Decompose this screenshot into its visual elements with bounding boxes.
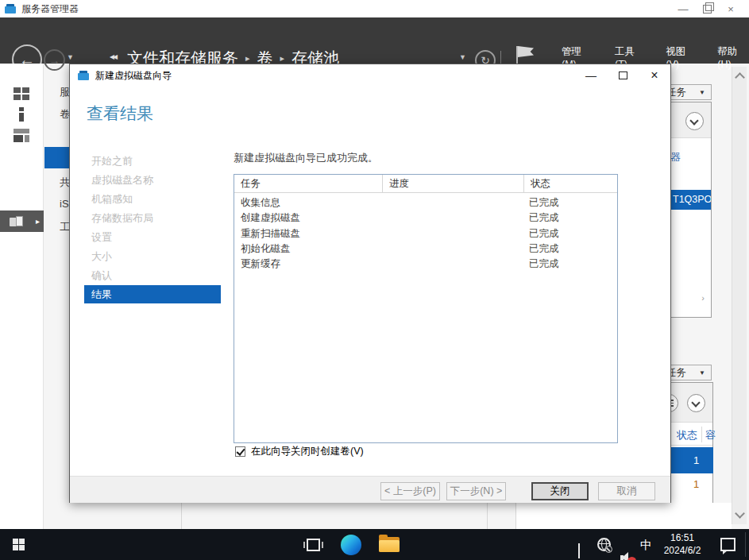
bg-nav-partial-iscsi: iS bbox=[60, 198, 69, 210]
close-button[interactable]: 关闭 bbox=[531, 482, 589, 500]
windows-logo-icon bbox=[13, 539, 25, 550]
table-row[interactable]: 初始化磁盘 已完成 bbox=[234, 241, 617, 257]
table-row[interactable]: 更新缓存 已完成 bbox=[234, 257, 617, 272]
dialog-minimize-icon[interactable]: — bbox=[575, 64, 607, 87]
ime-indicator[interactable]: 中 bbox=[640, 538, 652, 553]
forward-icon: → bbox=[44, 49, 65, 71]
file-explorer-button[interactable] bbox=[370, 529, 408, 560]
bg-row1-value: 1 bbox=[693, 454, 699, 466]
action-center-icon bbox=[720, 538, 735, 551]
restore-icon[interactable] bbox=[695, 0, 719, 17]
dialog-footer: < 上一步(P) 下一步(N) > 关闭 取消 bbox=[70, 476, 670, 503]
network-icon[interactable] bbox=[597, 538, 611, 551]
results-table: 任务 进度 状态 收集信息 已完成 创建虚拟磁盘 已完成 重新扫描磁盘 已完成 … bbox=[234, 174, 618, 443]
tasks-dropdown-icon: ▼ bbox=[699, 89, 705, 96]
server-manager-icon bbox=[5, 4, 16, 14]
breadcrumb-sep-icon: ▸ bbox=[280, 53, 285, 64]
main-scrollbar[interactable] bbox=[732, 67, 747, 524]
folder-icon bbox=[379, 537, 400, 552]
clock[interactable]: 16:51 2024/6/2 bbox=[658, 531, 707, 557]
collapse-panel-icon[interactable] bbox=[687, 394, 705, 412]
create-volume-checkbox[interactable] bbox=[235, 446, 245, 457]
create-volume-checkbox-row: 在此向导关闭时创建卷(V) bbox=[235, 445, 364, 458]
dashboard-icon[interactable] bbox=[14, 87, 29, 100]
progress-bar bbox=[386, 199, 522, 207]
menu-bar: 管理(M) 工具(T) 视图(V) 帮助(H) bbox=[541, 51, 749, 64]
task-name: 收集信息 bbox=[241, 196, 280, 210]
bg-nav-selected-storage-pools bbox=[44, 147, 69, 168]
all-servers-icon[interactable] bbox=[14, 129, 29, 142]
progress-bar bbox=[386, 245, 522, 253]
sidebar-item-file-storage-services[interactable]: ▸ bbox=[0, 210, 44, 232]
menu-help[interactable]: 帮助(H) bbox=[717, 45, 749, 70]
local-server-icon[interactable] bbox=[19, 107, 24, 122]
file-storage-icon bbox=[10, 216, 24, 227]
flyout-arrow-icon: ▸ bbox=[36, 217, 40, 226]
cancel-button: 取消 bbox=[598, 482, 655, 500]
progress-bar bbox=[386, 214, 522, 222]
nav-history-dropdown-icon[interactable]: ▼ bbox=[67, 53, 74, 61]
dialog-close-icon[interactable]: × bbox=[639, 64, 670, 87]
task-status: 已完成 bbox=[529, 257, 559, 271]
step-disk-name: 虚拟磁盘名称 bbox=[84, 171, 221, 190]
task-name: 创建虚拟磁盘 bbox=[241, 211, 300, 225]
page-title: 查看结果 bbox=[87, 102, 153, 125]
taskbar: 在此键入进行搜索 × 中 16:51 2024/6/2 bbox=[0, 529, 749, 560]
tasks-dropdown-icon: ▼ bbox=[699, 369, 705, 377]
task-view-icon bbox=[307, 539, 320, 551]
dialog-maximize-icon[interactable] bbox=[607, 64, 639, 87]
window-title: 服务器管理器 bbox=[21, 2, 79, 16]
step-storage-layout: 存储数据布局 bbox=[84, 209, 221, 228]
scroll-up-icon[interactable] bbox=[735, 72, 745, 83]
step-confirmation: 确认 bbox=[84, 266, 221, 285]
new-virtual-disk-wizard-dialog: 新建虚拟磁盘向导 — × 查看结果 开始之前 虚拟磁盘名称 机箱感知 存储数据布… bbox=[69, 64, 671, 503]
table-row[interactable]: 创建虚拟磁盘 已完成 bbox=[234, 210, 617, 226]
bg-col-status[interactable]: 状态 bbox=[677, 428, 697, 442]
scroll-down-icon[interactable] bbox=[735, 508, 745, 519]
progress-bar bbox=[386, 260, 522, 268]
task-status: 已完成 bbox=[529, 242, 559, 256]
col-task[interactable]: 任务 bbox=[234, 175, 383, 192]
step-provisioning: 设置 bbox=[84, 228, 221, 247]
navigation-bar: ← → ▼ ◂◂ 文件和存储服务 ▸ 卷 ▸ 存储池 ▼ ↻ 管理(M) 工具(… bbox=[0, 17, 749, 64]
show-desktop-divider[interactable] bbox=[745, 532, 746, 557]
close-icon[interactable]: × bbox=[719, 0, 743, 17]
bg-divider bbox=[181, 503, 182, 529]
next-button: 下一步(N) > bbox=[446, 482, 506, 500]
col-status[interactable]: 状态 bbox=[524, 175, 617, 192]
table-row[interactable]: 收集信息 已完成 bbox=[234, 195, 617, 210]
col-progress[interactable]: 进度 bbox=[383, 175, 524, 192]
wizard-icon bbox=[78, 71, 89, 80]
bg-col-capacity[interactable]: 容 bbox=[705, 428, 716, 442]
sidebar: ▸ bbox=[0, 64, 44, 529]
breadcrumb-collapse-icon[interactable]: ◂◂ bbox=[110, 51, 116, 62]
step-enclosure-awareness: 机箱感知 bbox=[84, 190, 221, 209]
task-status: 已完成 bbox=[529, 211, 559, 225]
task-status: 已完成 bbox=[529, 196, 559, 210]
action-center-button[interactable] bbox=[711, 529, 744, 560]
expand-right-icon[interactable]: › bbox=[701, 293, 705, 303]
wizard-steps: 开始之前 虚拟磁盘名称 机箱感知 存储数据布局 设置 大小 确认 结果 bbox=[84, 152, 221, 303]
volume-muted-icon[interactable]: × bbox=[620, 552, 633, 560]
bg-panel-strip bbox=[515, 503, 732, 529]
breadcrumb-dropdown-icon[interactable]: ▼ bbox=[459, 53, 466, 61]
dialog-title: 新建虚拟磁盘向导 bbox=[95, 69, 172, 83]
step-before-you-begin: 开始之前 bbox=[84, 152, 221, 171]
tray-time: 16:51 bbox=[658, 531, 707, 544]
task-name: 重新扫描磁盘 bbox=[241, 227, 300, 241]
minimize-icon[interactable]: — bbox=[671, 0, 695, 17]
task-status: 已完成 bbox=[529, 227, 559, 241]
task-name: 初始化磁盘 bbox=[241, 242, 291, 256]
edge-button[interactable] bbox=[332, 529, 370, 560]
breadcrumb-sep-icon: ▸ bbox=[245, 53, 250, 64]
table-row[interactable]: 重新扫描磁盘 已完成 bbox=[234, 226, 617, 241]
dialog-titlebar[interactable]: 新建虚拟磁盘向导 — × bbox=[70, 64, 670, 87]
start-button[interactable] bbox=[0, 529, 37, 560]
tray-date: 2024/6/2 bbox=[658, 544, 707, 557]
tray-expand-icon[interactable] bbox=[578, 543, 580, 558]
progress-bar bbox=[386, 230, 522, 238]
bg-link-partial[interactable]: 器 bbox=[670, 150, 681, 164]
previous-button: < 上一步(P) bbox=[380, 482, 440, 500]
task-view-button[interactable] bbox=[294, 529, 332, 560]
collapse-panel-icon[interactable] bbox=[685, 112, 704, 130]
